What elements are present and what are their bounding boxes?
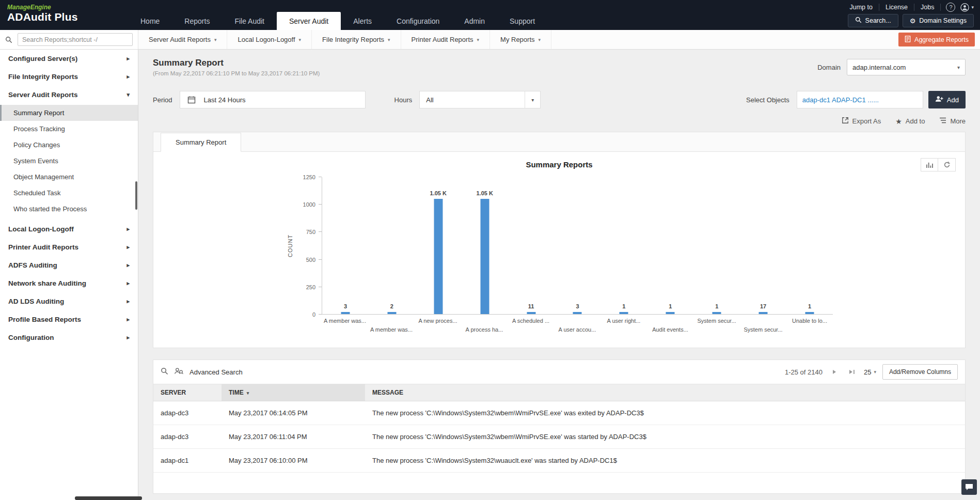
sidebar-section-configured-server-s[interactable]: Configured Server(s)▸ — [0, 50, 138, 68]
add-to-button[interactable]: ★ Add to — [895, 117, 925, 125]
nav-item-configuration[interactable]: Configuration — [384, 12, 452, 30]
chart-bar[interactable] — [434, 199, 442, 314]
nav-item-admin[interactable]: Admin — [452, 12, 497, 30]
sidebar-item-process-tracking[interactable]: Process Tracking — [0, 121, 138, 137]
chart-bar[interactable] — [527, 312, 535, 314]
report-actions: Export As ★ Add to More — [153, 117, 966, 126]
app-name: ADAudit Plus — [7, 11, 128, 23]
advanced-search-icon[interactable] — [175, 367, 183, 377]
table-row[interactable]: adap-dc3May 23,2017 06:14:05 PMThe new p… — [153, 401, 965, 425]
header-link-jump-to[interactable]: Jump to — [844, 4, 879, 11]
horizontal-scrollbar[interactable] — [75, 496, 142, 500]
sidebar-section-adfs-auditing[interactable]: ADFS Auditing▸ — [0, 256, 138, 274]
brand-logo[interactable]: ManageEngine ADAudit Plus — [0, 0, 128, 30]
search-icon[interactable] — [0, 36, 18, 43]
last-page-icon[interactable] — [846, 366, 858, 378]
column-header-message[interactable]: MESSAGE — [365, 384, 965, 401]
menu-local-logon-logoff[interactable]: Local Logon-Logoff▾ — [227, 30, 312, 49]
chart-bar[interactable] — [573, 312, 582, 314]
cell-message: The new process 'C:\Windows\System32\wua… — [365, 449, 965, 473]
table-header-row: SERVERTIME▾MESSAGE — [153, 384, 965, 401]
chart-bar[interactable] — [805, 312, 814, 314]
x-axis-label: A member was... — [370, 326, 413, 333]
domain-value: adap.internal.com — [852, 64, 906, 71]
page-title-block: Summary Report (From May 22,2017 06:21:1… — [153, 58, 320, 76]
sidebar-section-local-logon-logoff[interactable]: Local Logon-Logoff▸ — [0, 220, 138, 238]
menu-printer-audit-reports[interactable]: Printer Audit Reports▾ — [401, 30, 490, 49]
sidebar-section-configuration[interactable]: Configuration▸ — [0, 329, 138, 347]
nav-item-server-audit[interactable]: Server Audit — [277, 12, 341, 30]
chevron-down-icon: ▾ — [477, 37, 480, 42]
chart-export-icon[interactable] — [921, 158, 938, 171]
add-to-label: Add to — [906, 117, 925, 125]
sidebar-item-summary-report[interactable]: Summary Report — [0, 105, 138, 121]
sidebar-scrollbar[interactable] — [135, 181, 137, 210]
column-header-time[interactable]: TIME▾ — [222, 384, 365, 401]
tab-summary-report[interactable]: Summary Report — [161, 133, 241, 152]
bar-chart: COUNT 025050075010001250 321.05 K1.05 K1… — [286, 177, 833, 337]
export-icon — [842, 117, 849, 126]
sidebar-item-policy-changes[interactable]: Policy Changes — [0, 137, 138, 153]
chart-bar-slot: 1.05 K — [415, 177, 462, 314]
sidebar-section-label: Printer Audit Reports — [8, 243, 78, 251]
sidebar-item-system-events[interactable]: System Events — [0, 153, 138, 169]
chart-bar[interactable] — [759, 312, 768, 314]
sidebar-section-profile-based-reports[interactable]: Profile Based Reports▸ — [0, 310, 138, 329]
next-page-icon[interactable] — [829, 366, 840, 378]
header-link-license[interactable]: License — [879, 4, 914, 11]
sidebar-item-scheduled-task[interactable]: Scheduled Task — [0, 185, 138, 201]
chart-bar[interactable] — [480, 199, 489, 314]
chart-region: Summary Reports COUNT 025050075010001250… — [153, 152, 965, 348]
sidebar-section-ad-lds-auditing[interactable]: AD LDS Auditing▸ — [0, 292, 138, 310]
user-avatar[interactable]: ▾ — [960, 3, 974, 12]
menu-file-integrity-reports[interactable]: File Integrity Reports▾ — [312, 30, 401, 49]
aggregate-reports-button[interactable]: Aggregate Reports — [898, 33, 975, 46]
cell-server: adap-dc1 — [153, 449, 222, 473]
menu-my-reports[interactable]: My Reports▾ — [490, 30, 551, 49]
table-row[interactable]: adap-dc3May 23,2017 06:11:04 PMThe new p… — [153, 425, 965, 449]
table-row[interactable]: adap-dc1May 23,2017 06:10:00 PMThe new p… — [153, 449, 965, 473]
nav-item-file-audit[interactable]: File Audit — [222, 12, 277, 30]
page-size-dropdown[interactable]: 25 ▾ — [864, 368, 876, 376]
add-remove-columns-button[interactable]: Add/Remove Columns — [882, 364, 958, 380]
sidebar-section-file-integrity-reports[interactable]: File Integrity Reports▸ — [0, 68, 138, 86]
add-objects-button[interactable]: Add — [928, 91, 966, 108]
sidebar-item-object-management[interactable]: Object Management — [0, 169, 138, 185]
period-picker[interactable]: Last 24 Hours — [180, 91, 366, 108]
domain-settings-button[interactable]: ⚙ Domain Settings — [903, 14, 974, 27]
sidebar-section-server-audit-reports[interactable]: Server Audit Reports▾ — [0, 86, 138, 104]
export-as-button[interactable]: Export As — [842, 117, 881, 126]
chart-bar[interactable] — [713, 312, 721, 314]
header-links: Jump toLicenseJobs — [844, 4, 941, 11]
chart-bar[interactable] — [341, 312, 350, 314]
search-icon[interactable] — [161, 367, 168, 377]
select-objects-field[interactable]: adap-dc1 ADAP-DC1 ...... — [797, 91, 923, 108]
person-plus-icon — [935, 96, 943, 104]
nav-item-home[interactable]: Home — [128, 12, 172, 30]
sidebar-item-who-started-the-process[interactable]: Who started the Process — [0, 201, 138, 217]
x-axis-label: A new proces... — [418, 318, 457, 324]
export-as-label: Export As — [852, 117, 881, 125]
header-link-jobs[interactable]: Jobs — [914, 4, 941, 11]
nav-item-alerts[interactable]: Alerts — [341, 12, 384, 30]
domain-select[interactable]: adap.internal.com ▾ — [847, 59, 966, 75]
sidebar-section-printer-audit-reports[interactable]: Printer Audit Reports▸ — [0, 238, 138, 256]
report-search-input[interactable] — [18, 33, 133, 46]
search-button[interactable]: Search... — [848, 14, 898, 27]
chart-refresh-icon[interactable] — [938, 158, 956, 171]
cell-time: May 23,2017 06:14:05 PM — [222, 401, 365, 425]
hours-select[interactable]: All ▾ — [419, 91, 541, 108]
more-button[interactable]: More — [939, 117, 966, 125]
nav-item-support[interactable]: Support — [497, 12, 547, 30]
chart-bar[interactable] — [387, 312, 396, 314]
chart-bar[interactable] — [620, 312, 628, 314]
nav-item-reports[interactable]: Reports — [172, 12, 222, 30]
column-header-server[interactable]: SERVER — [153, 384, 222, 401]
sidebar-section-network-share-auditing[interactable]: Network share Auditing▸ — [0, 274, 138, 292]
chat-widget-button[interactable] — [961, 479, 977, 495]
help-icon[interactable]: ? — [946, 3, 955, 12]
advanced-search-link[interactable]: Advanced Search — [189, 368, 243, 376]
sidebar-children: Summary ReportProcess TrackingPolicy Cha… — [0, 104, 138, 220]
chart-bar[interactable] — [666, 312, 675, 314]
menu-server-audit-reports[interactable]: Server Audit Reports▾ — [138, 30, 227, 49]
